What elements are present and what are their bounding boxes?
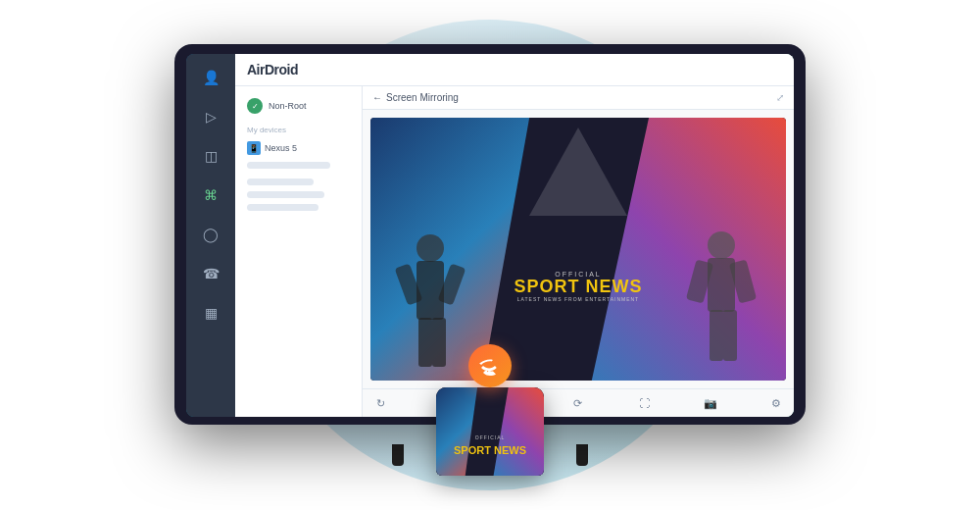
phone: OFFICIAL SPORT NEWS	[436, 387, 544, 476]
screen-mirror-title: ← Screen Mirroring	[372, 92, 459, 103]
phone-screen: OFFICIAL SPORT NEWS	[436, 387, 544, 476]
sport-news-background: OFFICIAL SPORT NEWS LATEST NEWS FROM ENT…	[370, 118, 786, 381]
video-area: OFFICIAL SPORT NEWS LATEST NEWS FROM ENT…	[370, 118, 786, 381]
svg-rect-11	[723, 310, 737, 361]
tv-wrapper: 👤 ▷ ◫ ⌘ ◯ ☎ ▦ AirDroid	[174, 44, 806, 466]
refresh-ctrl-icon[interactable]: ⟳	[568, 393, 588, 413]
settings-ctrl-icon[interactable]: ⚙	[766, 393, 786, 413]
svg-rect-4	[418, 318, 432, 367]
top-bar: AirDroid	[235, 54, 794, 86]
wifi-button[interactable]	[468, 344, 512, 387]
left-panel: ✓ Non-Root My devices 📱 Nexus 5	[235, 86, 363, 417]
screen-mirror-header: ← Screen Mirroring ⤢	[363, 86, 794, 110]
placeholder-bar-4	[247, 204, 318, 211]
app-logo: AirDroid	[247, 62, 298, 77]
user-badge: ✓ Non-Root	[243, 94, 354, 118]
svg-rect-5	[432, 318, 446, 367]
sidebar-icon-files[interactable]: ◫	[197, 142, 224, 170]
phone-wrapper: OFFICIAL SPORT NEWS	[436, 366, 544, 476]
back-arrow-icon[interactable]: ←	[372, 92, 382, 103]
athlete-left-silhouette	[391, 118, 469, 381]
phone-official-text: OFFICIAL	[454, 434, 526, 440]
sidebar-icon-binoculars[interactable]: ⌘	[197, 181, 224, 209]
placeholder-bar-2	[247, 178, 314, 185]
tv-leg-right	[576, 444, 588, 466]
sidebar-icon-image[interactable]: ▦	[197, 299, 224, 327]
camera-ctrl-icon[interactable]: 📷	[701, 393, 720, 413]
phone-sport-bg-right	[485, 387, 545, 476]
devices-section-label: My devices	[243, 126, 354, 134]
placeholder-bar-1	[247, 162, 330, 169]
sport-text-overlay: OFFICIAL SPORT NEWS LATEST NEWS FROM ENT…	[514, 271, 642, 302]
device-item[interactable]: 📱 Nexus 5	[243, 138, 354, 158]
phone-sport-bg-left	[436, 387, 485, 476]
screen-mirror-label: Screen Mirroring	[386, 92, 459, 103]
sport-news-subtext: LATEST NEWS FROM ENTERTAINMENT	[514, 296, 642, 302]
phone-sport-title: SPORT NEWS	[454, 444, 526, 456]
svg-rect-1	[416, 261, 444, 320]
wifi-icon	[478, 354, 502, 378]
phone-sport-text: OFFICIAL SPORT NEWS	[454, 434, 526, 458]
sidebar-icon-phone[interactable]: ☎	[197, 260, 224, 287]
device-name: Nexus 5	[265, 143, 297, 153]
main-content: AirDroid ✓ Non-Root My devices 📱	[235, 54, 794, 417]
expand-ctrl-icon[interactable]: ⛶	[634, 393, 654, 413]
svg-point-0	[416, 234, 444, 262]
sidebar: 👤 ▷ ◫ ⌘ ◯ ☎ ▦	[186, 54, 235, 417]
user-status-dot: ✓	[247, 98, 263, 114]
device-icon: 📱	[247, 141, 261, 155]
svg-point-6	[708, 231, 735, 259]
right-panel: ← Screen Mirroring ⤢	[363, 86, 794, 417]
controls-bar: ↻ ⟺ ⏸ ⟳ ⛶ 📷 ⚙	[363, 388, 794, 417]
tv-leg-left	[392, 444, 404, 466]
rotate-ctrl-icon[interactable]: ↻	[370, 393, 390, 413]
user-name: Non-Root	[269, 101, 307, 111]
sidebar-icon-play[interactable]: ▷	[197, 103, 224, 130]
athlete-right-silhouette	[677, 118, 765, 381]
sidebar-icon-user[interactable]: 👤	[197, 64, 224, 91]
external-link-icon[interactable]: ⤢	[776, 92, 784, 103]
placeholder-bar-3	[247, 191, 324, 198]
svg-rect-10	[710, 310, 723, 361]
triangle-overlay	[529, 128, 627, 216]
sport-news-title: SPORT NEWS	[514, 277, 642, 296]
sidebar-icon-bell[interactable]: ◯	[197, 221, 224, 248]
